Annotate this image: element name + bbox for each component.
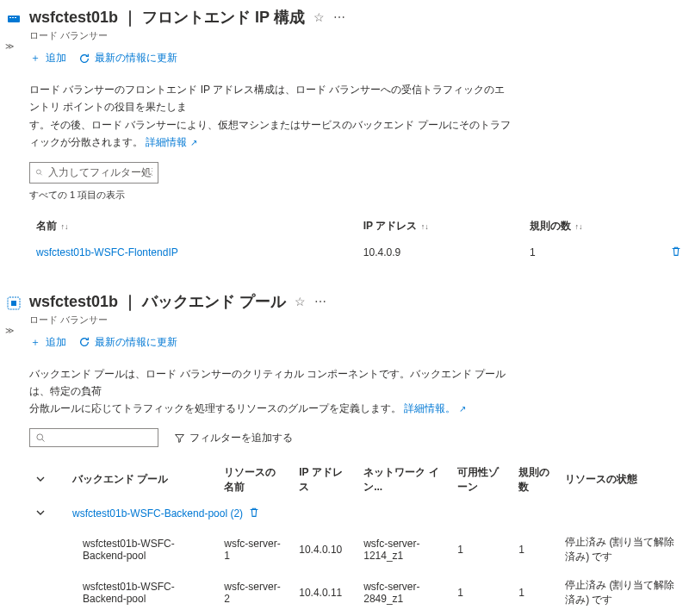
col-rules[interactable]: 規則の数 ↑↓ bbox=[523, 214, 663, 239]
delete-button[interactable] bbox=[248, 507, 260, 521]
delete-button[interactable] bbox=[670, 248, 682, 260]
svg-point-4 bbox=[36, 170, 40, 174]
cell-ip: 10.4.0.11 bbox=[292, 571, 357, 614]
learn-more-link[interactable]: 詳細情報 ↗ bbox=[146, 136, 196, 148]
svg-line-9 bbox=[42, 439, 45, 442]
cell-pool: wsfctest01b-WSFC-Backend-pool bbox=[65, 571, 217, 614]
desc-line2: す。その後、ロード バランサーにより、仮想マシンまたはサービスのバックエンド プ… bbox=[29, 119, 511, 148]
filter-input[interactable]: 入力してフィルター処理を開... bbox=[29, 162, 158, 184]
pool-group-row[interactable]: wsfctest01b-WSFC-Backend-pool (2) bbox=[29, 500, 689, 528]
item-count: すべての 1 項目の表示 bbox=[29, 189, 689, 202]
add-filter-label: フィルターを追加する bbox=[189, 431, 293, 445]
panel-title: wsfctest01b ｜ フロントエンド IP 構成 bbox=[29, 7, 305, 28]
filter-placeholder: 入力してフィルター処理を開... bbox=[48, 165, 152, 180]
refresh-icon bbox=[78, 336, 90, 348]
table-row[interactable]: wsfctest01b-WSFC-Backend-pool wsfc-serve… bbox=[29, 571, 689, 614]
add-button[interactable]: ＋ 追加 bbox=[29, 51, 66, 65]
svg-rect-1 bbox=[9, 17, 11, 18]
svg-rect-0 bbox=[8, 16, 20, 22]
frontend-ip-icon bbox=[5, 10, 22, 28]
backend-pool-panel: ≫ wsfctest01b ｜ バックエンド プール ☆ ⋯ ロード バランサー… bbox=[0, 284, 689, 616]
refresh-icon bbox=[78, 53, 90, 65]
cell-rules: 1 bbox=[523, 239, 663, 267]
cell-pool: wsfctest01b-WSFC-Backend-pool bbox=[65, 528, 217, 571]
col-nic[interactable]: ネットワーク イン... bbox=[357, 460, 450, 500]
svg-line-5 bbox=[40, 173, 42, 175]
backend-pool-icon bbox=[5, 295, 22, 312]
add-label: 追加 bbox=[46, 335, 66, 350]
search-input[interactable] bbox=[29, 428, 158, 447]
frontend-ip-table: 名前 ↑↓ IP アドレス ↑↓ 規則の数 ↑↓ wsfctest01b-WSF… bbox=[29, 214, 689, 267]
col-state[interactable]: リソースの状態 bbox=[558, 460, 689, 500]
cell-state: 停止済み (割り当て解除済み) です bbox=[558, 528, 689, 571]
backend-pool-table: バックエンド プール リソースの名前 IP アドレス ネットワーク イン... … bbox=[29, 460, 689, 614]
col-zone[interactable]: 可用性ゾーン bbox=[450, 460, 512, 500]
description: バックエンド プールは、ロード バランサーのクリティカル コンポーネントです。バ… bbox=[29, 365, 512, 418]
learn-more-link[interactable]: 詳細情報。 ↗ bbox=[404, 402, 465, 414]
svg-rect-7 bbox=[11, 301, 16, 306]
panel-title: wsfctest01b ｜ バックエンド プール bbox=[29, 291, 286, 312]
cell-nic: wsfc-server-1214_z1 bbox=[357, 528, 450, 571]
table-header-row: 名前 ↑↓ IP アドレス ↑↓ 規則の数 ↑↓ bbox=[29, 214, 689, 239]
svg-rect-2 bbox=[12, 17, 14, 18]
search-icon bbox=[35, 432, 46, 443]
table-row[interactable]: wsfctest01b-WSFC-Backend-pool wsfc-serve… bbox=[29, 528, 689, 571]
chevron-down-icon[interactable] bbox=[36, 507, 45, 520]
favorite-icon[interactable]: ☆ bbox=[295, 295, 306, 308]
cell-zone: 1 bbox=[450, 528, 512, 571]
col-resource[interactable]: リソースの名前 bbox=[217, 460, 292, 500]
cell-rules: 1 bbox=[512, 571, 558, 614]
favorite-icon[interactable]: ☆ bbox=[313, 10, 325, 24]
search-icon bbox=[35, 167, 43, 177]
cell-zone: 1 bbox=[450, 571, 512, 614]
learn-more-label: 詳細情報 bbox=[146, 136, 187, 148]
description: ロード バランサーのフロントエンド IP アドレス構成は、ロード バランサーへの… bbox=[29, 81, 512, 152]
refresh-button[interactable]: 最新の情報に更新 bbox=[78, 51, 177, 65]
collapse-toggle[interactable]: ≫ bbox=[5, 41, 14, 51]
col-ip[interactable]: IP アドレス bbox=[292, 460, 357, 500]
sort-icon: ↑↓ bbox=[59, 222, 69, 231]
chevron-down-icon[interactable] bbox=[36, 474, 45, 486]
col-ip[interactable]: IP アドレス ↑↓ bbox=[357, 214, 523, 239]
frontend-ip-panel: ≫ wsfctest01b ｜ フロントエンド IP 構成 ☆ ⋯ ロード バラ… bbox=[0, 0, 689, 284]
cell-ip: 10.4.0.9 bbox=[357, 239, 523, 267]
col-rules[interactable]: 規則の数 bbox=[512, 460, 558, 500]
sort-icon: ↑↓ bbox=[573, 222, 583, 231]
cell-ip: 10.4.0.10 bbox=[292, 528, 357, 571]
col-name[interactable]: 名前 ↑↓ bbox=[29, 214, 357, 239]
more-menu[interactable]: ⋯ bbox=[314, 295, 326, 308]
table-row[interactable]: wsfctest01b-WSFC-FlontendIP 10.4.0.9 1 bbox=[29, 239, 689, 267]
collapse-toggle[interactable]: ≫ bbox=[5, 326, 14, 335]
add-label: 追加 bbox=[46, 51, 66, 65]
refresh-label: 最新の情報に更新 bbox=[95, 335, 177, 350]
search-placeholder bbox=[51, 432, 53, 444]
cell-state: 停止済み (割り当て解除済み) です bbox=[558, 571, 689, 614]
cell-nic: wsfc-server-2849_z1 bbox=[357, 571, 450, 614]
desc-line1: ロード バランサーのフロントエンド IP アドレス構成は、ロード バランサーへの… bbox=[29, 84, 505, 113]
sort-icon: ↑↓ bbox=[419, 222, 429, 231]
cell-rules: 1 bbox=[512, 528, 558, 571]
more-menu[interactable]: ⋯ bbox=[333, 10, 345, 24]
external-link-icon: ↗ bbox=[459, 404, 466, 414]
learn-more-label: 詳細情報。 bbox=[404, 402, 456, 414]
refresh-label: 最新の情報に更新 bbox=[95, 51, 177, 65]
refresh-button[interactable]: 最新の情報に更新 bbox=[78, 335, 177, 350]
frontend-ip-link[interactable]: wsfctest01b-WSFC-FlontendIP bbox=[36, 246, 178, 258]
desc-line2: 分散ルールに応じてトラフィックを処理するリソースのグループを定義します。 bbox=[29, 402, 401, 414]
desc-line1: バックエンド プールは、ロード バランサーのクリティカル コンポーネントです。バ… bbox=[29, 368, 506, 397]
command-bar: ＋ 追加 最新の情報に更新 bbox=[29, 51, 689, 65]
table-header-row: バックエンド プール リソースの名前 IP アドレス ネットワーク イン... … bbox=[29, 460, 689, 500]
pool-group-link[interactable]: wsfctest01b-WSFC-Backend-pool (2) bbox=[72, 507, 243, 520]
panel-subtitle: ロード バランサー bbox=[29, 29, 689, 42]
svg-rect-3 bbox=[15, 17, 16, 18]
command-bar: ＋ 追加 最新の情報に更新 bbox=[29, 335, 689, 350]
external-link-icon: ↗ bbox=[190, 138, 197, 147]
panel-subtitle: ロード バランサー bbox=[29, 314, 689, 327]
svg-point-8 bbox=[37, 434, 43, 440]
cell-res: wsfc-server-2 bbox=[217, 571, 292, 614]
add-filter-button[interactable]: フィルターを追加する bbox=[167, 428, 300, 448]
plus-icon: ＋ bbox=[29, 53, 41, 65]
filter-icon bbox=[174, 432, 185, 444]
col-pool[interactable]: バックエンド プール bbox=[65, 460, 217, 500]
add-button[interactable]: ＋ 追加 bbox=[29, 335, 66, 350]
